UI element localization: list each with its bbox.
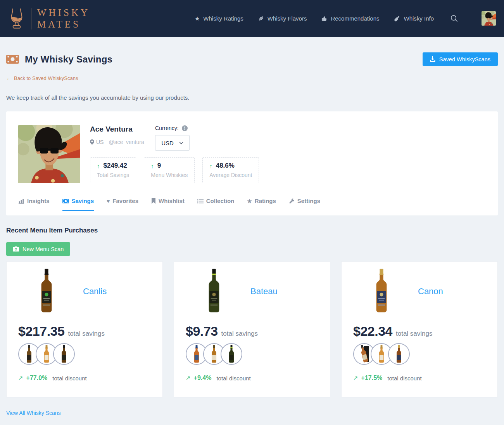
bottle-image [364,268,399,315]
brand-name: WHISKY MATES [37,7,90,30]
profile-name: Ace Ventura [90,125,155,134]
stat-label: Total Savings [97,172,129,178]
back-link-label: Back to Saved WhiskyScans [14,75,78,81]
whisky-thumbnail[interactable] [221,343,242,365]
purchase-card-canlis: Canlis $217.35 total savings ↗ +77.0% [6,261,163,397]
stat-value: $249.42 [104,162,127,170]
scan-button-label: New Menu Scan [22,246,64,252]
camera-icon [13,246,19,252]
whisky-name-link[interactable]: Canlis [83,286,107,297]
stat-label: Average Discount [209,172,252,178]
saved-whiskyscans-button[interactable]: Saved WhiskyScans [423,52,498,66]
total-savings-value: $9.73 [186,324,218,339]
tab-label: Collection [206,198,235,204]
profile-panel: Ace Ventura US @ace_ventura [6,111,498,215]
stat-value: 48.6% [216,162,235,170]
currency-select[interactable]: USD [155,135,190,151]
tab-insights[interactable]: Insights [18,198,50,211]
search-icon[interactable] [450,14,458,23]
tab-label: Insights [27,198,50,204]
total-discount-value: +9.4% [194,375,212,382]
nav-item-label: Whisky Ratings [203,15,243,22]
brand-logo[interactable]: WHISKY MATES [8,7,90,30]
tab-whishlist[interactable]: Whishlist [151,198,185,211]
page-title: My Whisky Savings [25,54,112,65]
bar-chart-icon [18,198,24,204]
brand-divider [31,8,31,29]
stat-total-savings: ↑ $249.42 Total Savings [90,157,136,183]
top-navbar: WHISKY MATES ★ Whisky Ratings Whisky Fla… [0,0,504,37]
page-description: We keep track of all the savings you acc… [6,94,498,101]
banknote-icon [62,199,69,203]
view-all-link[interactable]: View All Whisky Scans [6,410,61,416]
purchases-heading: Recent Menu Item Purchases [6,227,498,234]
user-avatar[interactable] [482,11,496,26]
up-arrow-icon: ↑ [97,163,100,169]
tab-label: Favorites [112,198,138,204]
nav-item-whisky-flavors[interactable]: Whisky Flavors [258,15,307,22]
stat-label: Menu Whiskies [151,172,188,178]
profile-photo [18,125,80,183]
whisky-thumbnail[interactable] [53,343,75,365]
tab-ratings[interactable]: ★ Ratings [247,198,276,211]
star-icon: ★ [247,198,252,204]
leaf-icon [258,16,264,21]
page-header: My Whisky Savings Saved WhiskyScans [6,52,498,66]
tab-label: Whishlist [159,198,185,204]
thumbs-up-icon [321,16,327,21]
purchase-card-canon: Canon $22.34 total savings [341,261,498,397]
currency-value: USD [161,140,174,146]
profile-location: US [90,139,104,145]
nav-item-recommendations[interactable]: Recommendations [321,15,379,22]
whisky-glass-icon [8,8,25,29]
saved-button-label: Saved WhiskyScans [439,56,490,62]
tab-collection[interactable]: Collection [197,198,235,211]
stat-average-discount: ↑ 48.6% Average Discount [202,157,259,183]
tab-settings[interactable]: Settings [289,198,320,211]
profile-tabs: Insights Savings ♥ Favorites Whishl [18,198,486,211]
back-link[interactable]: ← Back to Saved WhiskyScans [6,75,78,81]
tab-label: Ratings [255,198,276,204]
total-savings-label: total savings [68,330,105,338]
new-menu-scan-button[interactable]: New Menu Scan [6,242,70,256]
info-icon[interactable]: ! [182,125,188,131]
whisky-name-link[interactable]: Bateau [250,286,278,297]
total-discount-value: +77.0% [26,375,48,382]
tab-favorites[interactable]: ♥ Favorites [107,198,138,211]
nav-menu: ★ Whisky Ratings Whisky Flavors Recommen… [195,11,496,26]
nav-item-label: Whisky Flavors [268,15,307,22]
total-savings-label: total savings [221,330,258,338]
stats-row: ↑ $249.42 Total Savings ↑ 9 Menu Whiskie… [90,157,486,183]
list-icon [197,198,204,204]
banknote-icon [6,55,19,64]
whisky-thumbnail[interactable] [388,343,410,365]
tab-label: Savings [72,198,94,204]
trend-up-icon: ↗ [18,375,23,382]
nav-item-whisky-ratings[interactable]: ★ Whisky Ratings [195,15,243,22]
total-discount-label: total discount [52,375,86,382]
nav-item-label: Recommendations [331,15,379,22]
total-discount-value: +17.5% [361,375,383,382]
total-savings-label: total savings [396,330,433,338]
nav-item-whisky-info[interactable]: Whisky Info [394,15,434,22]
location-pin-icon [90,139,94,145]
whisky-thumbnails [186,343,318,365]
heart-icon: ♥ [107,198,110,204]
trend-up-icon: ↗ [186,375,191,382]
back-arrow-icon: ← [6,75,12,81]
stat-menu-whiskies: ↑ 9 Menu Whiskies [144,157,195,183]
stat-value: 9 [157,162,161,170]
profile-handle: @ace_ventura [109,139,144,145]
tab-savings[interactable]: Savings [62,198,94,211]
purchase-card-bateau: Bateau $9.73 total savings ↗ +9.4% [174,261,330,397]
main-content: My Whisky Savings Saved WhiskyScans ← Ba… [0,52,504,416]
total-discount-label: total discount [216,375,250,382]
currency-label: Currency: [155,125,179,131]
nav-item-label: Whisky Info [404,15,434,22]
purchase-cards: Canlis $217.35 total savings ↗ +77.0% [6,261,498,397]
whisky-name-link[interactable]: Canon [418,286,443,297]
bottle-image [196,268,232,315]
whisky-thumbnails [353,343,486,365]
whisky-thumbnails [18,343,151,365]
total-discount-label: total discount [387,375,421,382]
